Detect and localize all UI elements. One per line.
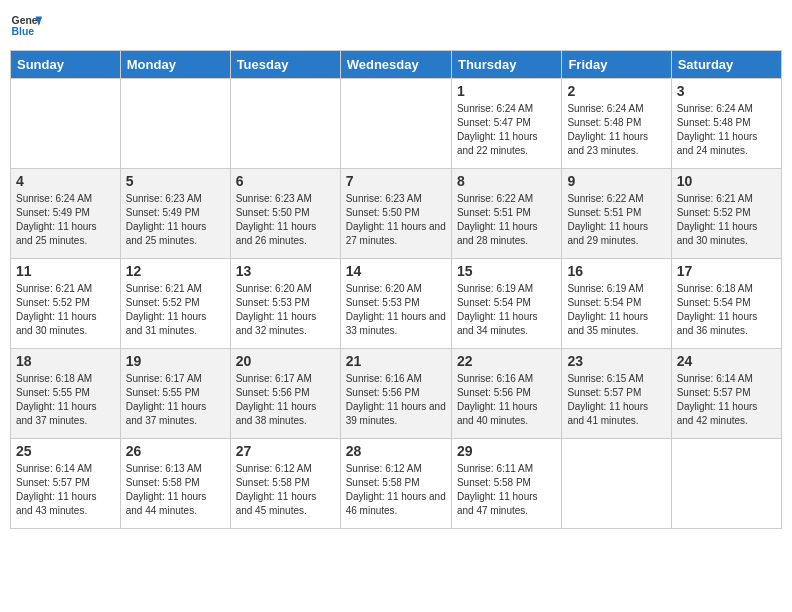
day-info: Sunrise: 6:15 AM Sunset: 5:57 PM Dayligh… [567,372,665,428]
day-info: Sunrise: 6:22 AM Sunset: 5:51 PM Dayligh… [457,192,556,248]
day-info: Sunrise: 6:22 AM Sunset: 5:51 PM Dayligh… [567,192,665,248]
day-number: 6 [236,173,335,189]
day-number: 8 [457,173,556,189]
day-info: Sunrise: 6:19 AM Sunset: 5:54 PM Dayligh… [457,282,556,338]
day-info: Sunrise: 6:24 AM Sunset: 5:49 PM Dayligh… [16,192,115,248]
day-info: Sunrise: 6:21 AM Sunset: 5:52 PM Dayligh… [126,282,225,338]
calendar-cell: 24Sunrise: 6:14 AM Sunset: 5:57 PM Dayli… [671,349,781,439]
day-number: 23 [567,353,665,369]
day-info: Sunrise: 6:23 AM Sunset: 5:50 PM Dayligh… [236,192,335,248]
day-number: 2 [567,83,665,99]
calendar-cell: 11Sunrise: 6:21 AM Sunset: 5:52 PM Dayli… [11,259,121,349]
logo: General Blue [10,10,42,42]
day-number: 7 [346,173,446,189]
calendar-cell [230,79,340,169]
calendar-cell: 18Sunrise: 6:18 AM Sunset: 5:55 PM Dayli… [11,349,121,439]
day-info: Sunrise: 6:14 AM Sunset: 5:57 PM Dayligh… [677,372,776,428]
header-tuesday: Tuesday [230,51,340,79]
calendar-cell: 8Sunrise: 6:22 AM Sunset: 5:51 PM Daylig… [451,169,561,259]
day-info: Sunrise: 6:21 AM Sunset: 5:52 PM Dayligh… [677,192,776,248]
day-number: 21 [346,353,446,369]
day-info: Sunrise: 6:23 AM Sunset: 5:50 PM Dayligh… [346,192,446,248]
day-number: 25 [16,443,115,459]
day-number: 15 [457,263,556,279]
calendar-cell: 2Sunrise: 6:24 AM Sunset: 5:48 PM Daylig… [562,79,671,169]
calendar-cell: 16Sunrise: 6:19 AM Sunset: 5:54 PM Dayli… [562,259,671,349]
day-number: 26 [126,443,225,459]
calendar-cell: 20Sunrise: 6:17 AM Sunset: 5:56 PM Dayli… [230,349,340,439]
day-number: 24 [677,353,776,369]
day-info: Sunrise: 6:12 AM Sunset: 5:58 PM Dayligh… [346,462,446,518]
day-info: Sunrise: 6:20 AM Sunset: 5:53 PM Dayligh… [236,282,335,338]
day-info: Sunrise: 6:21 AM Sunset: 5:52 PM Dayligh… [16,282,115,338]
day-number: 19 [126,353,225,369]
calendar-cell: 25Sunrise: 6:14 AM Sunset: 5:57 PM Dayli… [11,439,121,529]
calendar-cell: 22Sunrise: 6:16 AM Sunset: 5:56 PM Dayli… [451,349,561,439]
calendar-cell: 10Sunrise: 6:21 AM Sunset: 5:52 PM Dayli… [671,169,781,259]
calendar-cell: 7Sunrise: 6:23 AM Sunset: 5:50 PM Daylig… [340,169,451,259]
calendar-cell: 17Sunrise: 6:18 AM Sunset: 5:54 PM Dayli… [671,259,781,349]
calendar-cell [11,79,121,169]
calendar-cell: 5Sunrise: 6:23 AM Sunset: 5:49 PM Daylig… [120,169,230,259]
calendar-cell: 28Sunrise: 6:12 AM Sunset: 5:58 PM Dayli… [340,439,451,529]
day-number: 22 [457,353,556,369]
day-number: 17 [677,263,776,279]
calendar-cell: 13Sunrise: 6:20 AM Sunset: 5:53 PM Dayli… [230,259,340,349]
day-info: Sunrise: 6:24 AM Sunset: 5:47 PM Dayligh… [457,102,556,158]
week-row-2: 4Sunrise: 6:24 AM Sunset: 5:49 PM Daylig… [11,169,782,259]
svg-text:Blue: Blue [12,26,35,37]
calendar-cell: 1Sunrise: 6:24 AM Sunset: 5:47 PM Daylig… [451,79,561,169]
day-info: Sunrise: 6:14 AM Sunset: 5:57 PM Dayligh… [16,462,115,518]
day-info: Sunrise: 6:17 AM Sunset: 5:55 PM Dayligh… [126,372,225,428]
calendar-table: Sunday Monday Tuesday Wednesday Thursday… [10,50,782,529]
day-number: 27 [236,443,335,459]
calendar-cell [562,439,671,529]
day-number: 3 [677,83,776,99]
day-info: Sunrise: 6:20 AM Sunset: 5:53 PM Dayligh… [346,282,446,338]
day-number: 1 [457,83,556,99]
day-info: Sunrise: 6:17 AM Sunset: 5:56 PM Dayligh… [236,372,335,428]
calendar-cell: 27Sunrise: 6:12 AM Sunset: 5:58 PM Dayli… [230,439,340,529]
calendar-cell: 26Sunrise: 6:13 AM Sunset: 5:58 PM Dayli… [120,439,230,529]
day-number: 13 [236,263,335,279]
week-row-5: 25Sunrise: 6:14 AM Sunset: 5:57 PM Dayli… [11,439,782,529]
calendar-cell: 6Sunrise: 6:23 AM Sunset: 5:50 PM Daylig… [230,169,340,259]
week-row-1: 1Sunrise: 6:24 AM Sunset: 5:47 PM Daylig… [11,79,782,169]
day-info: Sunrise: 6:16 AM Sunset: 5:56 PM Dayligh… [346,372,446,428]
day-info: Sunrise: 6:12 AM Sunset: 5:58 PM Dayligh… [236,462,335,518]
days-header-row: Sunday Monday Tuesday Wednesday Thursday… [11,51,782,79]
calendar-cell: 23Sunrise: 6:15 AM Sunset: 5:57 PM Dayli… [562,349,671,439]
day-info: Sunrise: 6:19 AM Sunset: 5:54 PM Dayligh… [567,282,665,338]
calendar-cell: 15Sunrise: 6:19 AM Sunset: 5:54 PM Dayli… [451,259,561,349]
day-number: 29 [457,443,556,459]
day-info: Sunrise: 6:23 AM Sunset: 5:49 PM Dayligh… [126,192,225,248]
day-number: 10 [677,173,776,189]
day-number: 18 [16,353,115,369]
calendar-cell: 4Sunrise: 6:24 AM Sunset: 5:49 PM Daylig… [11,169,121,259]
day-info: Sunrise: 6:24 AM Sunset: 5:48 PM Dayligh… [567,102,665,158]
calendar-cell: 3Sunrise: 6:24 AM Sunset: 5:48 PM Daylig… [671,79,781,169]
day-number: 9 [567,173,665,189]
calendar-cell: 9Sunrise: 6:22 AM Sunset: 5:51 PM Daylig… [562,169,671,259]
day-number: 14 [346,263,446,279]
header: General Blue [10,10,782,42]
calendar-cell [120,79,230,169]
calendar-cell: 14Sunrise: 6:20 AM Sunset: 5:53 PM Dayli… [340,259,451,349]
day-number: 20 [236,353,335,369]
week-row-3: 11Sunrise: 6:21 AM Sunset: 5:52 PM Dayli… [11,259,782,349]
calendar-cell: 12Sunrise: 6:21 AM Sunset: 5:52 PM Dayli… [120,259,230,349]
header-thursday: Thursday [451,51,561,79]
week-row-4: 18Sunrise: 6:18 AM Sunset: 5:55 PM Dayli… [11,349,782,439]
calendar-cell: 19Sunrise: 6:17 AM Sunset: 5:55 PM Dayli… [120,349,230,439]
day-info: Sunrise: 6:16 AM Sunset: 5:56 PM Dayligh… [457,372,556,428]
calendar-cell: 29Sunrise: 6:11 AM Sunset: 5:58 PM Dayli… [451,439,561,529]
header-wednesday: Wednesday [340,51,451,79]
day-number: 11 [16,263,115,279]
header-monday: Monday [120,51,230,79]
header-saturday: Saturday [671,51,781,79]
calendar-cell [340,79,451,169]
day-number: 5 [126,173,225,189]
logo-icon: General Blue [10,10,42,42]
day-info: Sunrise: 6:24 AM Sunset: 5:48 PM Dayligh… [677,102,776,158]
day-number: 16 [567,263,665,279]
